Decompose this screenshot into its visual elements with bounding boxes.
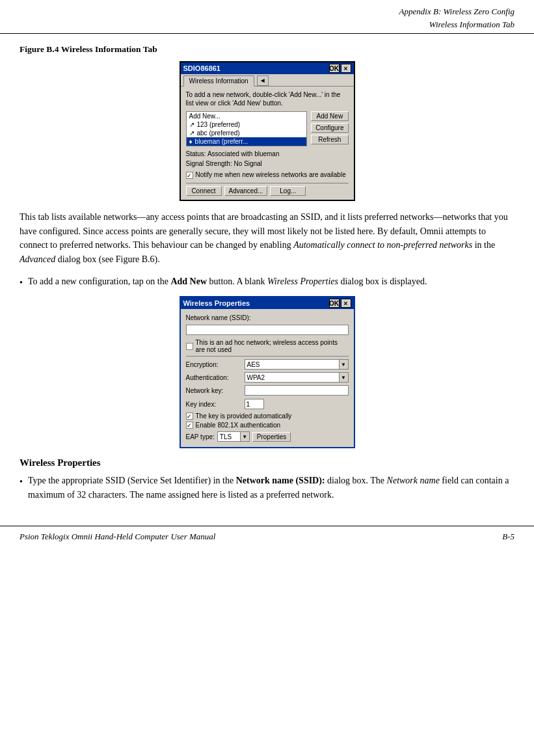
authentication-value: WPA2 (245, 374, 339, 381)
encryption-label: Encryption: (186, 361, 245, 368)
authentication-row: Authentication: WPA2 ▼ (186, 372, 349, 383)
status-label: Status: (186, 150, 206, 157)
network-area: Add New... ↗ 123 (preferred) ↗ abc (pref… (186, 111, 349, 150)
figure-b4-container: SDIO86861 OK × Wireless Information ◄ To… (20, 61, 514, 201)
dialog-titlebar: SDIO86861 OK × (181, 62, 354, 74)
network-blueman: blueman (preferr... (195, 138, 248, 145)
wp-ok-button[interactable]: OK (329, 299, 340, 308)
network-name-input[interactable] (186, 325, 349, 335)
wp-body: Network name (SSID): This is an ad hoc n… (181, 309, 354, 447)
auto-key-checkbox[interactable]: ✓ (186, 412, 193, 420)
encryption-row: Encryption: AES ▼ (186, 359, 349, 370)
footer-right: B-5 (502, 532, 514, 542)
adhoc-label: This is an ad hoc network; wireless acce… (196, 339, 349, 353)
network-name-input-row (186, 325, 349, 335)
network-key-input[interactable] (245, 385, 349, 396)
eap-type-select[interactable]: TLS ▼ (217, 431, 250, 442)
network-name-italic: Network name (387, 476, 440, 485)
log-button[interactable]: Log... (270, 186, 306, 196)
italic-advanced: Advanced (20, 254, 55, 264)
key-index-row: Key index: (186, 399, 349, 409)
dialog-title: SDIO86861 (183, 64, 220, 72)
figure-label: Figure B.4 Wireless Information Tab (20, 44, 514, 55)
8021x-label: Enable 802.1X authentication (196, 422, 281, 429)
8021x-checkbox[interactable]: ✓ (186, 422, 193, 429)
eap-type-label: EAP type: (186, 433, 215, 440)
8021x-row: ✓ Enable 802.1X authentication (186, 422, 349, 429)
list-item[interactable]: ↗ abc (preferred) (187, 129, 307, 137)
bullet-dot-2: • (20, 475, 23, 502)
header-line2: Wireless Information Tab (20, 18, 514, 31)
network-name-bold: Network name (SSID): (236, 476, 325, 485)
adhoc-checkbox[interactable] (186, 343, 193, 350)
authentication-label: Authentication: (186, 374, 245, 381)
key-index-input[interactable] (245, 399, 264, 409)
key-index-label: Key index: (186, 401, 245, 408)
body-text-p1: This tab lists available networks—any ac… (20, 210, 514, 267)
ok-button[interactable]: OK (329, 64, 340, 73)
list-item-selected[interactable]: ♦ blueman (preferr... (187, 137, 307, 146)
add-new-list-item: Add New... (189, 113, 220, 120)
network-123: 123 (preferred) (197, 121, 241, 128)
authentication-dropdown-arrow: ▼ (339, 373, 348, 382)
tab-arrow[interactable]: ◄ (257, 75, 269, 86)
signal-value: No Signal (234, 160, 261, 167)
network-key-row: Network key: (186, 385, 349, 396)
wireless-info-tab[interactable]: Wireless Information (183, 75, 254, 87)
add-new-bold: Add New (170, 277, 207, 286)
wp-titlebar: Wireless Properties OK × (181, 297, 354, 309)
notify-checkbox-row: ✓ Notify me when new wireless networks a… (186, 171, 349, 179)
auto-key-row: ✓ The key is provided automatically (186, 412, 349, 420)
adhoc-checkbox-row: This is an ad hoc network; wireless acce… (186, 339, 349, 353)
bullet-item-1: • To add a new configuration, tap on the… (20, 275, 514, 290)
status-section: Status: Associated with blueman (186, 150, 349, 157)
titlebar-buttons: OK × (329, 64, 351, 73)
network-abc: abc (preferred) (197, 129, 240, 137)
bullet-2-text: Type the appropriate SSID (Service Set I… (28, 474, 514, 502)
info-text: To add a new network, double-click 'Add … (186, 90, 349, 107)
eap-type-row: EAP type: TLS ▼ Properties (186, 431, 349, 442)
advanced-button[interactable]: Advanced... (224, 186, 268, 196)
bullet-1-text: To add a new configuration, tap on the A… (28, 275, 427, 290)
network-icon: ↗ (189, 129, 194, 137)
network-list: Add New... ↗ 123 (preferred) ↗ abc (pref… (186, 111, 308, 146)
eap-type-value: TLS (218, 433, 240, 440)
wp-titlebar-buttons: OK × (329, 299, 351, 308)
configure-button[interactable]: Configure (311, 123, 348, 133)
status-value: Associated with blueman (207, 150, 280, 157)
notify-checkbox[interactable]: ✓ (186, 172, 193, 179)
wireless-props-italic: Wireless Properties (267, 277, 338, 286)
refresh-button[interactable]: Refresh (311, 135, 348, 144)
wp-dialog-container: Wireless Properties OK × Network name (S… (20, 296, 514, 448)
buttons-col: Add New Configure Refresh (311, 111, 348, 150)
wireless-info-dialog: SDIO86861 OK × Wireless Information ◄ To… (180, 61, 355, 201)
network-icon: ↗ (189, 121, 194, 128)
italic-text: Automatically connect to non-preferred n… (293, 240, 472, 250)
network-name-label: Network name (SSID): (186, 314, 251, 321)
header-line1: Appendix B: Wireless Zero Config (20, 5, 514, 18)
encryption-dropdown-arrow: ▼ (339, 360, 348, 369)
network-name-row: Network name (SSID): (186, 314, 349, 321)
footer-left: Psion Teklogix Omnii Hand-Held Computer … (20, 532, 215, 542)
encryption-value: AES (245, 361, 339, 368)
list-item[interactable]: Add New... (187, 112, 307, 120)
encryption-select[interactable]: AES ▼ (245, 359, 349, 370)
add-new-button[interactable]: Add New (311, 111, 348, 121)
connect-button[interactable]: Connect (186, 186, 222, 196)
body-paragraph: This tab lists available networks—any ac… (20, 210, 514, 267)
signal-section: Signal Strength: No Signal (186, 160, 349, 167)
eap-dropdown-arrow: ▼ (240, 432, 249, 441)
dialog-body: To add a new network, double-click 'Add … (181, 87, 354, 200)
network-icon: ♦ (189, 138, 193, 145)
properties-button[interactable]: Properties (252, 432, 291, 442)
wireless-properties-dialog: Wireless Properties OK × Network name (S… (180, 296, 355, 448)
network-key-label: Network key: (186, 387, 245, 394)
close-button[interactable]: × (341, 64, 351, 73)
wp-close-button[interactable]: × (341, 299, 351, 308)
signal-label: Signal Strength: (186, 160, 232, 167)
list-item[interactable]: ↗ 123 (preferred) (187, 120, 307, 129)
network-list-col: Add New... ↗ 123 (preferred) ↗ abc (pref… (186, 111, 308, 150)
dialog-tabs: Wireless Information ◄ (181, 74, 354, 87)
notify-label: Notify me when new wireless networks are… (196, 171, 346, 178)
authentication-select[interactable]: WPA2 ▼ (245, 372, 349, 383)
